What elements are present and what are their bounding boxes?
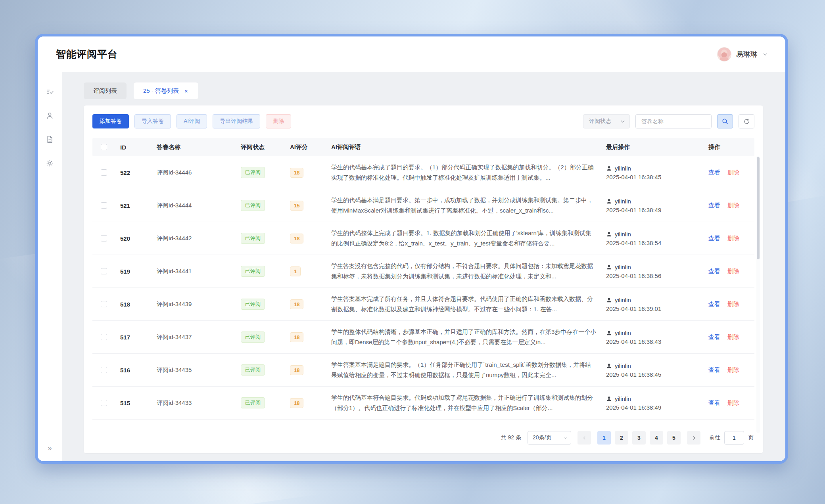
row-checkbox[interactable] xyxy=(101,367,107,373)
select-all-checkbox[interactable] xyxy=(101,144,107,150)
scrollbar-thumb[interactable] xyxy=(757,157,760,259)
row-checkbox[interactable] xyxy=(101,235,107,241)
row-checkbox[interactable] xyxy=(101,268,107,274)
user-icon xyxy=(606,330,612,336)
user-icon xyxy=(606,264,612,270)
table-row: 520 评阅id-34442 已评阅 18 学生的代码整体上完成了题目要求。1.… xyxy=(92,222,754,255)
delete-link[interactable]: 删除 xyxy=(727,268,739,275)
row-comment: 学生的代码基本满足题目要求。第一步中，成功加载了数据，并划分成训练集和测试集。第… xyxy=(326,195,601,216)
ai-review-button[interactable]: AI评阅 xyxy=(177,114,207,128)
chevron-down-icon xyxy=(620,119,625,124)
vertical-scrollbar[interactable] xyxy=(756,156,760,433)
row-time: 2025-04-01 16:38:56 xyxy=(606,272,699,279)
score-badge: 18 xyxy=(290,168,303,178)
delete-link[interactable]: 删除 xyxy=(727,333,739,341)
row-name: 评阅id-34435 xyxy=(152,366,236,374)
score-badge: 1 xyxy=(290,266,301,276)
score-badge: 18 xyxy=(290,332,303,342)
delete-button[interactable]: 删除 xyxy=(266,114,291,128)
table-row: 518 评阅id-34439 已评阅 18 学生答案基本完成了所有任务，并且大体… xyxy=(92,288,754,321)
row-checkbox[interactable] xyxy=(101,202,107,209)
view-link[interactable]: 查看 xyxy=(708,202,720,209)
score-badge: 18 xyxy=(290,398,303,408)
status-badge: 已评阅 xyxy=(241,364,265,376)
row-id: 517 xyxy=(115,334,152,341)
row-name: 评阅id-34442 xyxy=(152,235,236,242)
chevron-left-icon xyxy=(582,435,587,441)
tab-answer-sheet-list[interactable]: 25 - 答卷列表 × xyxy=(134,82,198,99)
review-status-select[interactable]: 评阅状态 xyxy=(583,114,630,128)
view-link[interactable]: 查看 xyxy=(708,333,720,341)
row-checkbox[interactable] xyxy=(101,169,107,176)
delete-link[interactable]: 删除 xyxy=(727,399,739,407)
row-actions: 查看 删除 xyxy=(704,202,754,209)
row-name: 评阅id-34446 xyxy=(152,169,236,176)
sidebar-collapse-button[interactable]: » xyxy=(38,444,62,452)
prev-page-button[interactable] xyxy=(578,431,591,445)
sidebar-item-users[interactable] xyxy=(45,110,55,121)
view-link[interactable]: 查看 xyxy=(708,169,720,176)
page-button-1[interactable]: 1 xyxy=(597,431,611,445)
row-checkbox[interactable] xyxy=(101,400,107,406)
goto-page-input[interactable] xyxy=(724,431,744,445)
header-status: 评阅状态 xyxy=(236,144,285,151)
tab-review-list[interactable]: 评阅列表 xyxy=(84,82,127,99)
row-checkbox[interactable] xyxy=(101,301,107,307)
row-last-op: yilinlin 2025-04-01 16:38:45 xyxy=(601,362,704,378)
page-button-3[interactable]: 3 xyxy=(632,431,646,445)
row-comment: 学生的代码基本完成了题目的要求。（1）部分代码正确实现了数据集的加载和切分。（2… xyxy=(326,162,601,183)
view-link[interactable]: 查看 xyxy=(708,268,720,275)
sidebar-item-settings[interactable] xyxy=(45,158,55,168)
sidebar: » xyxy=(38,72,62,461)
status-badge: 已评阅 xyxy=(241,200,265,211)
row-actions: 查看 删除 xyxy=(704,399,754,407)
view-link[interactable]: 查看 xyxy=(708,301,720,308)
table-row: 521 评阅id-34444 已评阅 15 学生的代码基本满足题目要求。第一步中… xyxy=(92,189,754,222)
sidebar-item-review-list[interactable] xyxy=(45,86,55,97)
row-checkbox[interactable] xyxy=(101,334,107,340)
import-answer-button[interactable]: 导入答卷 xyxy=(134,114,171,128)
goto-page: 前往 页 xyxy=(709,431,754,445)
view-link[interactable]: 查看 xyxy=(708,399,720,407)
row-id: 515 xyxy=(115,400,152,406)
header-last-op: 最后操作 xyxy=(601,144,704,151)
page-button-5[interactable]: 5 xyxy=(667,431,681,445)
user-icon xyxy=(606,165,612,171)
row-comment: 学生的代码整体上完成了题目要求。1. 数据集的加载和划分正确使用了'sklear… xyxy=(326,228,601,249)
export-results-button[interactable]: 导出评阅结果 xyxy=(213,114,260,128)
answer-name-input[interactable] xyxy=(635,114,712,128)
close-icon[interactable]: × xyxy=(184,87,189,95)
row-operator: yilinlin xyxy=(615,330,631,336)
avatar[interactable] xyxy=(717,47,731,61)
page-size-select[interactable]: 20条/页 xyxy=(528,431,571,445)
app-window: 智能评阅平台 易琳琳 xyxy=(35,34,788,464)
delete-link[interactable]: 删除 xyxy=(727,169,739,176)
page-button-4[interactable]: 4 xyxy=(650,431,663,445)
sidebar-item-documents[interactable] xyxy=(45,134,55,144)
header-score: AI评分 xyxy=(285,144,326,151)
delete-link[interactable]: 删除 xyxy=(727,301,739,308)
table-row: 516 评阅id-34435 已评阅 18 学生答案基本满足题目的要求。（1）任… xyxy=(92,354,754,387)
row-id: 518 xyxy=(115,301,152,308)
app-header: 智能评阅平台 易琳琳 xyxy=(38,36,785,72)
refresh-button[interactable] xyxy=(739,114,754,128)
row-actions: 查看 删除 xyxy=(704,333,754,341)
table-row: 519 评阅id-34441 已评阅 1 学生答案没有包含完整的代码，仅有部分结… xyxy=(92,255,754,288)
table: ID 答卷名称 评阅状态 AI评分 AI评阅评语 最后操作 操作 522 评阅i… xyxy=(92,138,754,424)
view-link[interactable]: 查看 xyxy=(708,235,720,242)
status-badge: 已评阅 xyxy=(241,167,265,178)
delete-link[interactable]: 删除 xyxy=(727,202,739,209)
next-page-button[interactable] xyxy=(687,431,700,445)
user-menu[interactable]: 易琳琳 xyxy=(717,47,768,61)
user-icon xyxy=(606,198,612,204)
search-button[interactable] xyxy=(717,114,733,128)
total-count: 共 92 条 xyxy=(501,434,521,441)
view-link[interactable]: 查看 xyxy=(708,366,720,374)
review-status-placeholder: 评阅状态 xyxy=(589,118,611,125)
delete-link[interactable]: 删除 xyxy=(727,235,739,242)
table-row: 515 评阅id-34433 已评阅 18 学生的代码基本符合题目要求。代码成功… xyxy=(92,387,754,420)
delete-link[interactable]: 删除 xyxy=(727,366,739,374)
add-answer-button[interactable]: 添加答卷 xyxy=(92,114,129,128)
row-name: 评阅id-34444 xyxy=(152,202,236,209)
page-button-2[interactable]: 2 xyxy=(615,431,628,445)
